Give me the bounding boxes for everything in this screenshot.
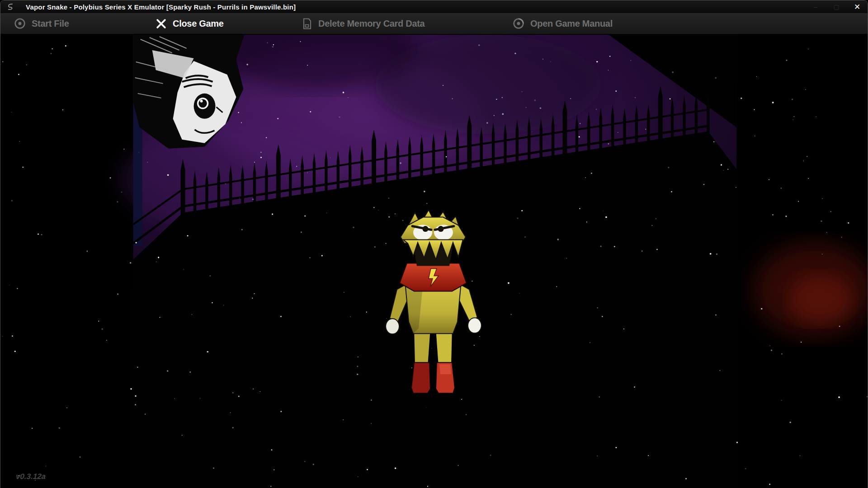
disc-icon: [14, 18, 26, 29]
maximize-button[interactable]: ▢: [826, 0, 847, 13]
memory-card-icon: [302, 18, 312, 30]
title-bar: Vapor Snake - Polybius Series X Emulator…: [0, 0, 868, 13]
window-title: Vapor Snake - Polybius Series X Emulator…: [26, 3, 296, 11]
game-viewport[interactable]: v0.3.12a: [0, 35, 868, 488]
delete-memory-card-button[interactable]: Delete Memory Card Data: [302, 13, 425, 34]
boot-highlight: [439, 364, 451, 374]
minimize-button[interactable]: –: [805, 0, 826, 13]
close-window-button[interactable]: ✕: [847, 0, 868, 13]
emulator-window: Vapor Snake - Polybius Series X Emulator…: [0, 0, 868, 488]
start-file-button[interactable]: Start File: [14, 13, 69, 34]
window-controls: – ▢ ✕: [805, 0, 868, 13]
start-file-label: Start File: [32, 19, 69, 29]
character-left-boot: [411, 362, 430, 393]
open-game-manual-label: Open Game Manual: [530, 19, 613, 29]
emulator-toolbar: Start File Close Game Delete Memory Card…: [0, 13, 868, 34]
character-right-hand: [468, 318, 481, 333]
character-left-hand: [386, 319, 399, 334]
close-x-icon: [156, 18, 167, 29]
delete-memory-card-label: Delete Memory Card Data: [318, 19, 425, 29]
emulator-version-label: v0.3.12a: [15, 472, 46, 481]
manual-disc-icon: [513, 18, 524, 29]
game-scene: [0, 35, 868, 488]
face-eye-socket: [194, 94, 216, 119]
close-game-button[interactable]: Close Game: [156, 13, 224, 34]
close-game-label: Close Game: [173, 19, 224, 29]
face-eye-highlight: [200, 100, 203, 103]
app-logo-icon: [6, 2, 15, 11]
open-game-manual-button[interactable]: Open Game Manual: [513, 13, 613, 34]
